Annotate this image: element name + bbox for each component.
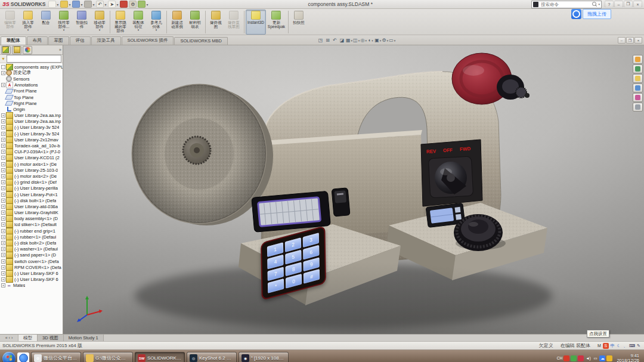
expand-toggle[interactable]: +	[1, 229, 5, 233]
tree-item[interactable]: +(-) rubber<1> (Defaul	[0, 234, 63, 240]
lcd-display[interactable]	[252, 191, 331, 232]
open-document-icon[interactable]	[60, 1, 68, 8]
soft-keyboard-icon[interactable]: ⌨	[629, 343, 635, 349]
ime-toolbox-icon[interactable]: ✎	[636, 343, 642, 349]
tree-item[interactable]: +(-) motor axis<1> (De	[0, 161, 63, 167]
ribbon-button-show-hidden-components[interactable]: 显示隐藏的零部件	[112, 10, 129, 35]
expand-toggle[interactable]: +	[1, 83, 5, 87]
motion-tab-3D 视图[interactable]: 3D 视图	[38, 335, 64, 341]
tree-item[interactable]: +(-) User Library-perilla	[0, 185, 63, 191]
expand-toggle[interactable]: +	[1, 271, 5, 276]
taskbar-button-wechat-platform[interactable]: ✿微信公众平台 - 3...	[31, 352, 81, 362]
ribbon-button-mate[interactable]: 配合	[37, 10, 55, 35]
file-explorer-icon[interactable]	[633, 74, 643, 83]
taskbar-clock[interactable]: 9:41 2018/12/26	[614, 354, 642, 362]
full-half-width-icon[interactable]: ☾	[616, 343, 622, 349]
previous-view-icon[interactable]: ↶	[332, 37, 338, 44]
hide-show-items-icon[interactable]: ◎▾	[360, 37, 367, 44]
tray-security-icon[interactable]	[606, 355, 612, 361]
ribbon-button-insert-components[interactable]: 插入零部件▾	[19, 10, 37, 35]
expand-toggle[interactable]: +	[1, 144, 5, 148]
save-document-icon[interactable]	[72, 1, 80, 8]
tree-item[interactable]: +(-) disk bolt<2> (Defa	[0, 240, 63, 246]
taskbar-button-solidworks[interactable]: SWSOLIDWORKS P...	[135, 352, 185, 362]
assembly-render[interactable]: REV OFF FWD	[63, 45, 644, 334]
motion-nav-3[interactable]: ›	[11, 336, 13, 340]
motion-tab-Motion Study 1[interactable]: Motion Study 1	[64, 335, 104, 341]
ribbon-button-explode-line-sketch[interactable]: 爆炸直线草图	[225, 10, 243, 35]
tree-item[interactable]: +RPM COVER<1> (Defa	[0, 264, 63, 270]
direction-switch-panel[interactable]: REV OFF FWD	[421, 140, 482, 206]
help-button[interactable]: ?	[605, 1, 614, 8]
expand-toggle[interactable]: +	[1, 253, 5, 257]
save-document-dropdown-icon[interactable]: ▾	[80, 2, 82, 7]
ribbon-button-assembly-features[interactable]: 装配体特征▾	[129, 10, 147, 35]
design-library-icon[interactable]	[633, 64, 643, 73]
tree-item[interactable]: +(-) disk bolt<1> (Defa	[0, 197, 63, 203]
options-icon[interactable]: ⚙	[129, 1, 137, 8]
ribbon-button-new-motion-study[interactable]: 新建运动算例	[168, 10, 186, 35]
drag-upload-button[interactable]: 拖拽上传	[583, 9, 611, 19]
solidworks-resources-icon[interactable]	[633, 55, 643, 64]
keypad-key-#[interactable]: #	[304, 269, 320, 284]
tree-item[interactable]: +User Library-2ea.aa.inp	[0, 113, 63, 119]
ime-mode-icon[interactable]: M	[596, 343, 602, 349]
tree-item[interactable]: +(-) grind disk<1> (Def	[0, 180, 63, 185]
ribbon-button-move-component[interactable]: 移动零部件▾	[91, 10, 109, 35]
filter-input[interactable]	[7, 55, 61, 63]
ribbon-button-take-snapshot[interactable]: 拍快照	[290, 10, 308, 35]
taskbar-button-folder[interactable]: G:\微信公众号\1...	[83, 352, 133, 362]
tree-item[interactable]: Top Plane	[0, 94, 63, 100]
tree-item[interactable]: Right Plane	[0, 100, 63, 106]
view-settings-icon[interactable]: ⚙▾	[382, 37, 388, 44]
tree-item[interactable]: +User Library-25-103-0	[0, 167, 63, 173]
expand-toggle[interactable]: +	[1, 138, 5, 142]
expand-toggle[interactable]: +	[1, 180, 5, 184]
edit-appearance-icon[interactable]: ◐▾	[367, 37, 374, 44]
chinese-mode-icon[interactable]: 中	[609, 343, 615, 349]
tab-2[interactable]: 布局	[27, 36, 48, 45]
ribbon-button-instant3d[interactable]: Instant3D	[246, 10, 266, 35]
close-button[interactable]: ×	[633, 1, 642, 8]
expand-toggle[interactable]: +	[1, 168, 5, 172]
ime-settings-tooltip[interactable]: 点我设置	[587, 330, 609, 338]
ribbon-button-reference-geometry[interactable]: 参考几何体▾	[147, 10, 165, 35]
expand-toggle[interactable]: +	[1, 71, 5, 75]
tree-item[interactable]: +Toradex-oak_ad_10v-b	[0, 143, 63, 148]
apply-scene-icon[interactable]: ▣▾	[374, 37, 381, 44]
new-document-dropdown-icon[interactable]: ▾	[57, 2, 58, 7]
tree-item[interactable]: +(-) User Library-3v 524	[0, 131, 63, 137]
expand-toggle[interactable]: +	[1, 174, 5, 178]
tree-item[interactable]: +(-) rubber end grip<1	[0, 228, 63, 234]
file-properties-dropdown-icon[interactable]: ▾	[146, 2, 148, 7]
restore-button[interactable]: ❒	[624, 1, 633, 8]
expand-toggle[interactable]: +	[1, 211, 5, 215]
tray-baidu-cloud-icon[interactable]: ☁	[599, 355, 605, 361]
expand-toggle[interactable]: +	[1, 186, 5, 190]
search-input[interactable]	[540, 1, 591, 8]
tray-dual-app-icon[interactable]	[578, 355, 584, 361]
motion-tab-模型[interactable]: 模型	[18, 335, 38, 341]
doc-restore-button[interactable]: ❒	[626, 37, 634, 44]
ribbon-button-bill-of-materials[interactable]: 材料明细表	[186, 10, 204, 35]
propertymanager-tab[interactable]	[12, 46, 21, 54]
tree-item[interactable]: +switch cover<1> (Defa	[0, 258, 63, 264]
expand-toggle[interactable]: +	[1, 222, 5, 227]
open-document-dropdown-icon[interactable]: ▾	[69, 2, 70, 7]
graphics-viewport[interactable]: REV OFF FWD	[63, 45, 644, 334]
expand-toggle[interactable]: +	[1, 283, 5, 287]
search-magnifier-icon[interactable]	[592, 2, 597, 7]
tree-item[interactable]: +User Library-2ea.aa.inp	[0, 119, 63, 125]
tray-volume-icon[interactable]: ◄)	[585, 355, 591, 361]
ribbon-button-edit-component[interactable]: 编辑零部件	[1, 10, 19, 35]
tab-6[interactable]: SOLIDWORKS 插件	[122, 36, 174, 45]
expand-toggle[interactable]: +	[1, 125, 5, 129]
tree-item[interactable]: +(-) sand paper<1> (D	[0, 252, 63, 258]
tree-item[interactable]: +历史记录	[0, 70, 63, 76]
minimize-button[interactable]: –	[614, 1, 623, 8]
display-style-icon[interactable]: ◫▾	[353, 37, 360, 44]
expand-toggle[interactable]: +	[1, 113, 5, 117]
keypad-key-*[interactable]: *	[268, 279, 284, 293]
tab-5[interactable]: 渲染工具	[91, 36, 121, 45]
doc-close-button[interactable]: ×	[634, 37, 642, 44]
